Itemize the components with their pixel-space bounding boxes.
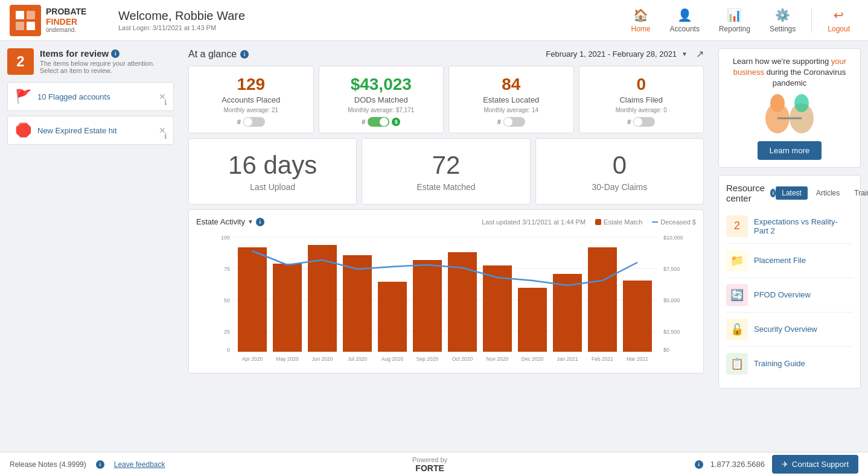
learn-more-button[interactable]: Learn more [758, 141, 822, 160]
svg-text:75: 75 [224, 266, 230, 272]
claims-toggle[interactable] [633, 117, 655, 127]
pfod-icon: 🔄 [726, 284, 748, 306]
flag-icon: 🚩 [15, 89, 31, 104]
estate-matched-label: Estate Matched [369, 182, 522, 192]
reporting-icon: 📊 [727, 8, 742, 22]
glance-info-icon[interactable]: i [240, 50, 249, 59]
estates-hash-icon: # [497, 118, 501, 125]
nav-logout[interactable]: ↩ Logout [819, 3, 858, 38]
bar-feb2021 [588, 247, 617, 352]
svg-text:$0: $0 [663, 347, 669, 353]
flagged-accounts-item[interactable]: 🚩 10 Flagged accounts ✕ ℹ [7, 82, 174, 111]
rc-item-training[interactable]: 📋 Training Guide [726, 347, 853, 381]
accounts-toggle-row: # [196, 117, 306, 127]
powered-by-text: Powered by [412, 456, 447, 463]
footer-info-icon[interactable]: i [695, 460, 703, 469]
estates-value: 84 [456, 75, 566, 94]
nav-settings[interactable]: ⚙️ Settings [761, 3, 804, 38]
logout-icon: ↩ [834, 8, 844, 22]
thirty-day-claims-card: 0 30-Day Claims [535, 138, 704, 205]
contact-support-button[interactable]: ✈ Contact Support [772, 455, 858, 474]
flagged-info-icon[interactable]: ℹ [164, 98, 167, 107]
nav-home[interactable]: 🏠 Home [623, 3, 659, 38]
nav-reporting-label: Reporting [719, 25, 750, 33]
dods-matched-card: $43,023 DODs Matched Monthly average: $7… [319, 66, 444, 133]
review-info-icon[interactable]: i [111, 49, 120, 58]
svg-text:Dec 2020: Dec 2020 [522, 356, 544, 362]
last-upload-value: 16 days [196, 151, 349, 180]
legend-orange-dot [595, 219, 601, 225]
send-icon: ✈ [782, 460, 788, 469]
svg-text:$10,000: $10,000 [663, 235, 683, 241]
rc-info-icon[interactable]: i [770, 189, 776, 197]
promo-your: yourbusiness [733, 57, 846, 77]
expired-info-icon[interactable]: ℹ [164, 132, 167, 141]
chart-header: Estate Activity ▼ i Last updated 3/11/20… [196, 217, 696, 226]
dods-toggle[interactable] [368, 117, 389, 127]
bar-apr2020 [238, 247, 267, 352]
tab-articles[interactable]: Articles [810, 186, 846, 200]
review-badge: 2 [7, 48, 34, 75]
chart-info-icon[interactable]: i [256, 218, 264, 226]
leave-feedback-link[interactable]: Leave feedback [114, 460, 165, 469]
svg-text:Apr 2020: Apr 2020 [242, 356, 263, 362]
nav-home-label: Home [631, 25, 651, 33]
nav-area: 🏠 Home 👤 Accounts 📊 Reporting ⚙️ Setting… [623, 3, 858, 38]
release-info-icon[interactable]: i [96, 460, 104, 469]
nav-accounts[interactable]: 👤 Accounts [662, 3, 708, 38]
phone-number: 1.877.326.5686 [710, 460, 765, 469]
rc-items: 2 Expectations vs Reality- Part 2 📁 Plac… [726, 209, 853, 381]
rc-header: Resource center i Latest Articles Traini… [726, 183, 853, 203]
welcome-area: Welcome, Robbie Ware Last Login: 3/11/20… [106, 9, 623, 31]
accounts-placed-value: 129 [196, 75, 306, 94]
svg-text:25: 25 [224, 329, 230, 335]
tab-latest[interactable]: Latest [776, 186, 808, 200]
nav-reporting[interactable]: 📊 Reporting [710, 3, 759, 38]
accounts-placed-label: Accounts Placed [196, 95, 306, 104]
svg-point-33 [770, 94, 785, 112]
svg-text:100: 100 [221, 235, 230, 241]
stats-bottom-row: 16 days Last Upload 72 Estate Matched 0 … [188, 138, 704, 205]
dods-value: $43,023 [327, 75, 436, 94]
svg-text:50: 50 [224, 297, 230, 303]
export-icon[interactable]: ↗ [696, 48, 704, 60]
last-upload-card: 16 days Last Upload [188, 138, 357, 205]
svg-text:Nov 2020: Nov 2020 [487, 356, 509, 362]
estate-matched-card: 72 Estate Matched [362, 138, 530, 205]
svg-point-34 [794, 94, 809, 112]
rc-title: Resource center i [726, 183, 776, 203]
expired-estate-item[interactable]: 🛑 New Expired Estate hit ✕ ℹ [7, 116, 174, 145]
bar-may2020 [273, 264, 302, 352]
legend-blue-line [652, 221, 658, 223]
svg-text:$5,000: $5,000 [663, 297, 680, 303]
estates-label: Estates Located [456, 95, 566, 104]
chart-area: Estate Activity ▼ i Last updated 3/11/20… [188, 209, 704, 373]
bar-mar2021 [623, 281, 652, 352]
main-layout: 2 Items for review i The items below req… [0, 41, 868, 452]
estates-avg: Monthly average: 14 [456, 107, 566, 113]
review-subtitle: The items below require your attention. … [40, 60, 174, 74]
logo-ondemand: ondemand. [46, 27, 86, 34]
nav-accounts-label: Accounts [670, 25, 700, 33]
date-range-picker[interactable]: February 1, 2021 - February 28, 2021 ▼ ↗ [546, 48, 704, 60]
legend-deceased: Deceased $ [652, 218, 696, 226]
accounts-toggle[interactable] [243, 117, 265, 127]
svg-text:Jun 2020: Jun 2020 [312, 356, 333, 362]
dods-label: DODs Matched [327, 95, 436, 104]
rc-item-placement[interactable]: 📁 Placement File [726, 244, 853, 278]
claims-hash-icon: # [627, 118, 631, 125]
rc-item-pfod[interactable]: 🔄 PFOD Overview [726, 278, 853, 313]
security-icon: 🔓 [726, 319, 748, 340]
bar-aug2020 [378, 282, 407, 352]
rc-item-expectations[interactable]: 2 Expectations vs Reality- Part 2 [726, 209, 853, 244]
rc-item-security[interactable]: 🔓 Security Overview [726, 313, 853, 347]
estates-toggle[interactable] [503, 117, 525, 127]
chart-chevron[interactable]: ▼ [247, 218, 254, 225]
at-a-glance-header: At a glance i February 1, 2021 - Februar… [188, 48, 704, 60]
logo-probate: PROBATE [46, 7, 86, 17]
tab-training[interactable]: Training [848, 186, 868, 200]
stats-top-row: 129 Accounts Placed Monthly average: 21 … [188, 66, 704, 133]
placement-label: Placement File [754, 256, 806, 265]
left-panel: 2 Items for review i The items below req… [0, 41, 181, 452]
footer-left: Release Notes (4.9999) i Leave feedback [10, 460, 165, 469]
